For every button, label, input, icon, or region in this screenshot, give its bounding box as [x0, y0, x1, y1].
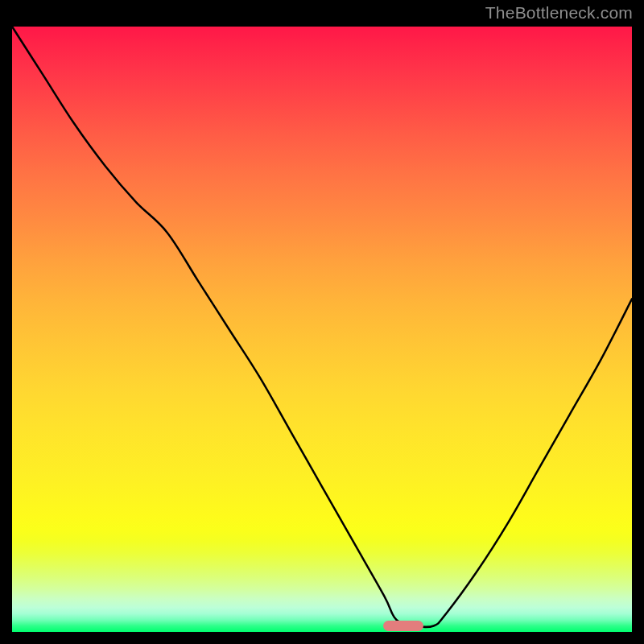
minimum-marker [383, 621, 423, 631]
watermark-text: TheBottleneck.com [485, 3, 633, 23]
bottleneck-curve [12, 27, 632, 627]
chart-plot-area [12, 27, 632, 632]
